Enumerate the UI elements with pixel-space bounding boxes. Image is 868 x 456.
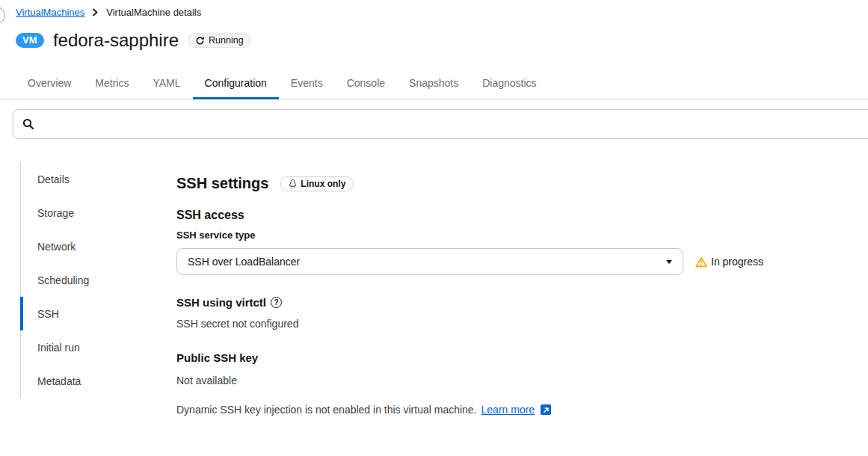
page-title: fedora-sapphire [53, 30, 179, 51]
sidebar-item-ssh[interactable]: SSH [21, 297, 158, 330]
public-ssh-key-value: Not available [176, 375, 797, 386]
chevron-right-icon [92, 8, 99, 16]
linux-only-badge: Linux only [280, 176, 354, 191]
service-status: In progress [695, 256, 763, 268]
ssh-service-type-value: SSH over LoadBalancer [188, 256, 666, 268]
note-text: Dynamic SSH key injection is not enabled… [176, 404, 477, 416]
sidebar-item-initial-run[interactable]: Initial run [21, 330, 158, 364]
tab-yaml[interactable]: YAML [141, 71, 192, 99]
tab-overview[interactable]: Overview [16, 71, 83, 99]
tab-events[interactable]: Events [279, 71, 335, 99]
search-input[interactable] [40, 118, 868, 130]
vm-kind-badge: VM [16, 33, 44, 48]
linux-icon [289, 179, 297, 188]
breadcrumb-link-virtualmachines[interactable]: VirtualMachines [16, 7, 84, 18]
help-icon[interactable]: ? [271, 297, 282, 308]
external-link-icon [541, 404, 551, 415]
ssh-service-type-label: SSH service type [176, 229, 797, 241]
breadcrumb: VirtualMachines VirtualMachine details [16, 7, 201, 18]
caret-down-icon [666, 260, 672, 264]
search-bar [13, 109, 868, 139]
sidebar-item-scheduling[interactable]: Scheduling [21, 263, 158, 297]
linux-only-label: Linux only [301, 179, 345, 189]
tab-bar: OverviewMetricsYAMLConfigurationEventsCo… [0, 71, 868, 99]
tab-console[interactable]: Console [335, 71, 397, 99]
config-sidebar: DetailsStorageNetworkSchedulingSSHInitia… [20, 162, 158, 398]
learn-more-link[interactable]: Learn more [481, 404, 535, 416]
dynamic-ssh-note: Dynamic SSH key injection is not enabled… [176, 404, 797, 416]
service-status-label: In progress [711, 256, 763, 268]
sidebar-item-details[interactable]: Details [21, 162, 158, 196]
sidebar-item-network[interactable]: Network [21, 229, 158, 263]
tab-snapshots[interactable]: Snapshots [397, 71, 470, 99]
public-ssh-key-heading: Public SSH key [176, 351, 797, 364]
search-icon [22, 118, 34, 130]
status-badge[interactable]: Running [188, 33, 251, 48]
edge-circle-fragment [0, 7, 5, 24]
virtctl-heading: SSH using virtctl [176, 296, 266, 309]
sidebar-item-metadata[interactable]: Metadata [21, 364, 158, 398]
warning-icon [695, 256, 707, 268]
ssh-service-type-select[interactable]: SSH over LoadBalancer [176, 248, 683, 275]
tab-metrics[interactable]: Metrics [83, 71, 141, 99]
section-title: SSH settings [176, 175, 268, 192]
tab-diagnostics[interactable]: Diagnostics [470, 71, 548, 99]
tab-configuration[interactable]: Configuration [193, 71, 279, 99]
ssh-access-heading: SSH access [176, 209, 797, 222]
status-label: Running [209, 35, 244, 46]
ssh-settings-panel: SSH settings Linux only SSH access SSH s… [176, 175, 797, 416]
virtctl-status: SSH secret not configured [176, 318, 797, 330]
sidebar-item-storage[interactable]: Storage [21, 196, 158, 229]
sync-icon [195, 36, 205, 46]
breadcrumb-current: VirtualMachine details [106, 7, 201, 18]
page-header: VM fedora-sapphire Running [16, 30, 251, 51]
